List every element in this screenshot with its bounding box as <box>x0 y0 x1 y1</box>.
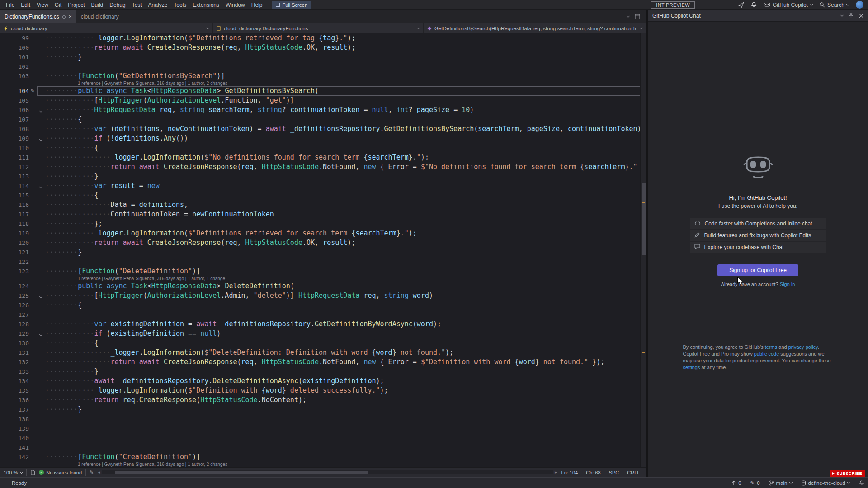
line-number[interactable]: 127 <box>0 310 29 319</box>
code-line-109[interactable]: 109············if (!definitions.Any()) <box>0 134 640 143</box>
line-number[interactable]: 117 <box>0 210 29 219</box>
line-number[interactable]: 113 <box>0 172 29 181</box>
git-repo-picker[interactable]: define-the-cloud <box>801 480 850 486</box>
code-line-140[interactable]: 140 <box>0 433 640 443</box>
menu-project[interactable]: Project <box>65 1 88 9</box>
scrollbar-thumb[interactable] <box>115 471 368 474</box>
user-avatar[interactable] <box>856 1 863 9</box>
menu-tools[interactable]: Tools <box>170 1 189 9</box>
code-line-122[interactable]: 122 <box>0 257 640 267</box>
line-number[interactable]: 102 <box>0 62 29 71</box>
fold-chevron-icon[interactable] <box>36 291 45 300</box>
code-line-101[interactable]: 101········} <box>0 52 640 62</box>
menu-view[interactable]: View <box>33 1 52 9</box>
code-line-99[interactable]: 99············_logger.LogInformation($"D… <box>0 33 640 43</box>
line-number[interactable]: 125 <box>0 291 29 300</box>
line-number[interactable]: 133 <box>0 367 29 376</box>
line-number[interactable]: 109 <box>0 134 29 143</box>
outgoing-commits[interactable]: 0 <box>731 480 741 486</box>
line-number[interactable]: 141 <box>0 443 29 452</box>
line-number[interactable]: 99 <box>0 33 29 43</box>
pin-icon[interactable] <box>849 13 854 19</box>
vertical-scrollbar[interactable] <box>640 33 646 467</box>
code-line-108[interactable]: 108············var (definitions, newCont… <box>0 124 640 134</box>
line-number[interactable]: 135 <box>0 386 29 395</box>
code-line-123[interactable]: 123········[Function("DeleteDefinition")… <box>0 267 640 276</box>
line-number[interactable]: 108 <box>0 124 29 134</box>
line-number[interactable]: 134 <box>0 376 29 386</box>
github-copilot-menu[interactable]: GitHub Copilot <box>764 2 812 8</box>
menu-extensions[interactable]: Extensions <box>189 1 222 9</box>
line-number[interactable]: 131 <box>0 348 29 357</box>
line-number[interactable]: 104 <box>0 86 29 96</box>
line-ending[interactable]: CRLF <box>627 470 640 475</box>
full-screen-button[interactable]: Full Screen <box>272 1 311 9</box>
line-number[interactable]: 122 <box>0 257 29 267</box>
legal-link[interactable]: public code <box>754 351 779 357</box>
code-editor[interactable]: 99············_logger.LogInformation($"D… <box>0 33 646 467</box>
code-line-142[interactable]: 142········[Function("CreateDefinition")… <box>0 452 640 462</box>
code-line-138[interactable]: 138 <box>0 414 640 424</box>
line-number[interactable]: 123 <box>0 267 29 276</box>
code-line-137[interactable]: 137········} <box>0 405 640 414</box>
line-number[interactable]: 118 <box>0 219 29 229</box>
line-number[interactable]: 140 <box>0 433 29 443</box>
tab-dictionaryfunctions[interactable]: DictionaryFunctions.cs × <box>0 10 76 23</box>
line-number[interactable]: 114 <box>0 181 29 191</box>
feedback-icon[interactable] <box>738 2 744 8</box>
scrollbar-thumb[interactable] <box>642 183 646 255</box>
menu-file[interactable]: File <box>3 1 18 9</box>
line-number[interactable]: 103 <box>0 71 29 81</box>
line-number[interactable]: 105 <box>0 96 29 105</box>
fold-chevron-icon[interactable] <box>36 105 45 115</box>
fold-chevron-icon[interactable] <box>36 134 45 143</box>
line-number[interactable]: 137 <box>0 405 29 414</box>
pencil-icon[interactable]: ✎ <box>90 469 94 475</box>
codelens-info[interactable]: 1 reference | Gwyneth Pena-Siguenza, 316… <box>0 276 640 282</box>
codelens-info[interactable]: 1 reference | Gwyneth Pena-Siguenza, 316… <box>0 81 640 86</box>
line-number[interactable]: 132 <box>0 357 29 367</box>
code-line-102[interactable]: 102 <box>0 62 640 71</box>
legal-link[interactable]: terms <box>765 344 778 350</box>
code-line-139[interactable]: 139 <box>0 424 640 433</box>
search-menu[interactable]: Search <box>819 2 849 8</box>
code-line-125[interactable]: 125············[HttpTrigger(Authorizatio… <box>0 291 640 300</box>
line-number[interactable]: 128 <box>0 319 29 329</box>
code-line-117[interactable]: 117················ContinuationToken = n… <box>0 210 640 219</box>
line-number[interactable]: 101 <box>0 52 29 62</box>
code-line-103[interactable]: 103········[Function("GetDefinitionsBySe… <box>0 71 640 81</box>
code-line-107[interactable]: 107········{ <box>0 115 640 124</box>
menu-git[interactable]: Git <box>52 1 65 9</box>
line-number[interactable]: 126 <box>0 300 29 310</box>
fold-chevron-icon[interactable] <box>36 181 45 191</box>
line-number[interactable]: 120 <box>0 238 29 248</box>
code-line-104[interactable]: 104✎········public async Task<HttpRespon… <box>0 86 640 96</box>
line-number[interactable]: 130 <box>0 338 29 348</box>
scrollbar-track[interactable] <box>102 470 553 474</box>
line-number[interactable]: 106 <box>0 105 29 115</box>
code-line-130[interactable]: 130············{ <box>0 338 640 348</box>
code-line-120[interactable]: 120············return await CreateJsonRe… <box>0 238 640 248</box>
scroll-right-arrow-icon[interactable]: ► <box>554 470 558 474</box>
fold-chevron-icon[interactable] <box>36 329 45 338</box>
menu-help[interactable]: Help <box>248 1 266 9</box>
code-line-116[interactable]: 116················Data = definitions, <box>0 200 640 210</box>
window-position-chevron-icon[interactable] <box>840 13 844 16</box>
code-line-112[interactable]: 112················return await CreateJs… <box>0 162 640 172</box>
notifications-bell-icon[interactable] <box>859 480 864 486</box>
code-line-119[interactable]: 119············_logger.LogInformation($"… <box>0 229 640 238</box>
window-layout-icon[interactable] <box>635 14 640 19</box>
code-line-133[interactable]: 133············} <box>0 367 640 376</box>
line-number[interactable]: 139 <box>0 424 29 433</box>
signup-copilot-free-button[interactable]: Sign up for Copilot Free <box>717 264 798 276</box>
code-line-132[interactable]: 132················return await CreateJs… <box>0 357 640 367</box>
close-icon[interactable]: × <box>69 14 72 19</box>
codelens-info[interactable]: 1 reference | Gwyneth Pena-Siguenza, 316… <box>0 462 640 467</box>
code-line-126[interactable]: 126········{ <box>0 300 640 310</box>
code-line-111[interactable]: 111················_logger.LogInformatio… <box>0 153 640 162</box>
menu-test[interactable]: Test <box>129 1 145 9</box>
subscribe-badge[interactable]: SUBSCRIBE <box>830 470 865 477</box>
line-number[interactable]: 115 <box>0 191 29 200</box>
line-number[interactable]: 136 <box>0 395 29 405</box>
code-line-115[interactable]: 115············{ <box>0 191 640 200</box>
